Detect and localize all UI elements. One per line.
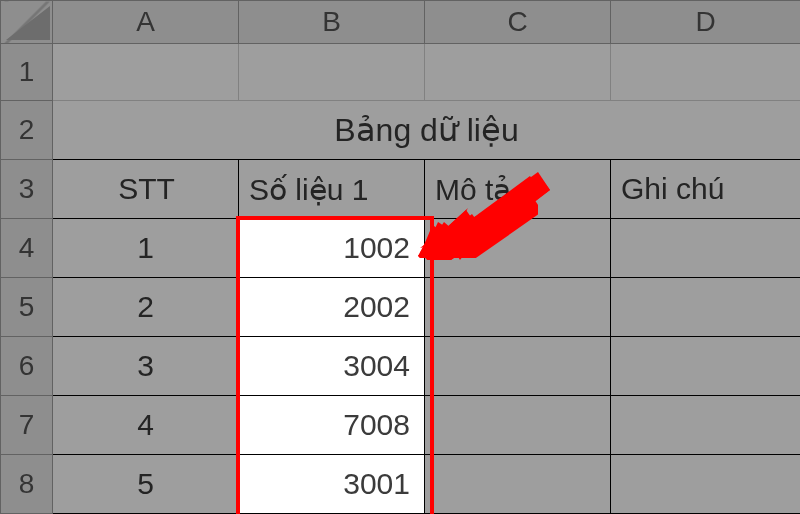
cell-D7[interactable] [611, 396, 801, 455]
cell-B1[interactable] [239, 44, 425, 101]
cell-B8[interactable]: 3001 [239, 455, 425, 514]
grid-table: A B C D 1 2 Bảng dữ liệu 3 STT Số liệu 1 [0, 0, 800, 514]
select-all-icon [6, 6, 50, 40]
cell-B4[interactable]: 1002 [239, 219, 425, 278]
cell-C7[interactable] [425, 396, 611, 455]
cell-D5[interactable] [611, 278, 801, 337]
cell-C6[interactable] [425, 337, 611, 396]
header-ghichu[interactable]: Ghi chú [611, 160, 801, 219]
cell-D4[interactable] [611, 219, 801, 278]
row-header-4[interactable]: 4 [1, 219, 53, 278]
cell-B6[interactable]: 3004 [239, 337, 425, 396]
cell-D6[interactable] [611, 337, 801, 396]
cell-A1[interactable] [53, 44, 239, 101]
cell-A8[interactable]: 5 [53, 455, 239, 514]
col-header-C[interactable]: C [425, 1, 611, 44]
cell-A7[interactable]: 4 [53, 396, 239, 455]
col-header-D[interactable]: D [611, 1, 801, 44]
cell-A4[interactable]: 1 [53, 219, 239, 278]
col-header-B[interactable]: B [239, 1, 425, 44]
cell-A5[interactable]: 2 [53, 278, 239, 337]
row-header-2[interactable]: 2 [1, 101, 53, 160]
cell-D8[interactable] [611, 455, 801, 514]
cell-B7[interactable]: 7008 [239, 396, 425, 455]
cell-C1[interactable] [425, 44, 611, 101]
row-header-1[interactable]: 1 [1, 44, 53, 101]
row-header-8[interactable]: 8 [1, 455, 53, 514]
header-mota[interactable]: Mô tả [425, 160, 611, 219]
header-stt[interactable]: STT [53, 160, 239, 219]
cell-D1[interactable] [611, 44, 801, 101]
cell-C8[interactable] [425, 455, 611, 514]
col-header-A[interactable]: A [53, 1, 239, 44]
cell-A6[interactable]: 3 [53, 337, 239, 396]
table-title[interactable]: Bảng dữ liệu [53, 101, 801, 160]
spreadsheet: A B C D 1 2 Bảng dữ liệu 3 STT Số liệu 1 [0, 0, 800, 514]
row-header-5[interactable]: 5 [1, 278, 53, 337]
cell-B5[interactable]: 2002 [239, 278, 425, 337]
row-header-7[interactable]: 7 [1, 396, 53, 455]
cell-C4[interactable] [425, 219, 611, 278]
select-all-corner[interactable] [1, 1, 53, 44]
header-solieu1[interactable]: Số liệu 1 [239, 160, 425, 219]
cell-C5[interactable] [425, 278, 611, 337]
row-header-6[interactable]: 6 [1, 337, 53, 396]
row-header-3[interactable]: 3 [1, 160, 53, 219]
